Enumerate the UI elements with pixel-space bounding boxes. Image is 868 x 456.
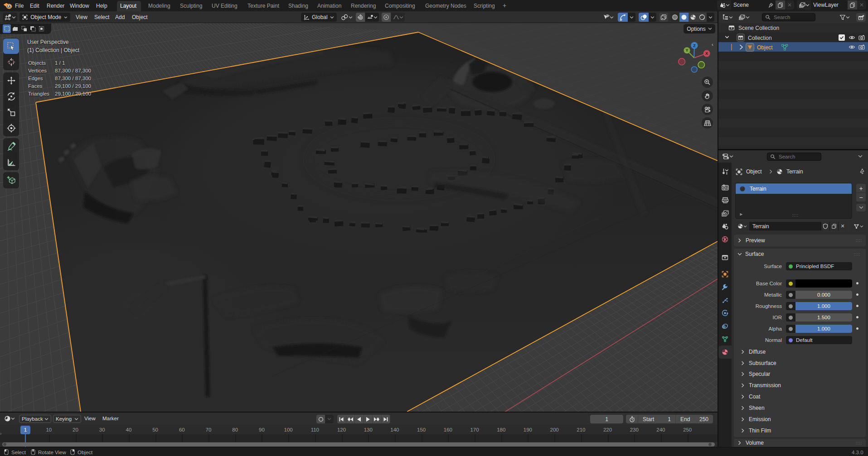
svg-text:X: X: [705, 51, 708, 56]
svg-text:Z: Z: [693, 43, 696, 48]
svg-text:Y: Y: [685, 48, 688, 53]
